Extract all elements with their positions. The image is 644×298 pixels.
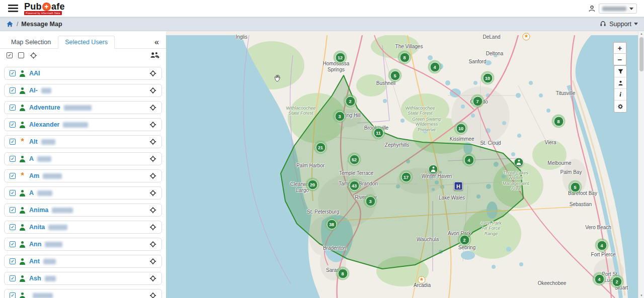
cluster-marker[interactable]: 2 xyxy=(610,275,624,288)
alert-marker[interactable]: * xyxy=(418,276,426,284)
user-row[interactable]: ✓ Ant xyxy=(4,255,162,268)
scroll-up-icon[interactable]: ▲ xyxy=(638,31,644,36)
user-checkbox[interactable]: ✓ xyxy=(10,70,16,76)
locate-icon[interactable] xyxy=(149,258,156,265)
locate-user-button[interactable] xyxy=(614,77,626,89)
scrollbar-thumb[interactable] xyxy=(639,37,643,71)
locate-icon[interactable] xyxy=(149,172,156,179)
cluster-marker[interactable]: 8 xyxy=(552,115,566,128)
locate-icon[interactable] xyxy=(149,104,156,111)
user-icon xyxy=(588,5,596,13)
locate-icon[interactable] xyxy=(149,207,156,214)
person-icon xyxy=(19,207,26,214)
alert-marker[interactable]: * xyxy=(523,33,530,41)
user-row[interactable]: ✓ * Am xyxy=(4,169,162,182)
map-canvas[interactable]: Inglis DeLand The Villages Deltona Sanfo… xyxy=(166,31,638,298)
locate-icon[interactable] xyxy=(149,189,156,196)
cluster-marker[interactable]: 4 xyxy=(462,153,476,167)
settings-gear-button[interactable] xyxy=(614,101,626,112)
user-row[interactable]: ✓ Anita xyxy=(4,221,162,234)
user-row[interactable]: ✓ * Alt xyxy=(4,135,162,148)
tab-selected-users[interactable]: Selected Users xyxy=(58,36,115,49)
locate-icon[interactable] xyxy=(149,138,156,145)
user-checkbox[interactable]: ✓ xyxy=(10,122,16,128)
cluster-marker[interactable]: 52 xyxy=(348,153,361,166)
home-icon[interactable] xyxy=(6,21,14,28)
user-checkbox[interactable]: ✓ xyxy=(10,275,16,281)
user-checkbox[interactable]: ✓ xyxy=(10,258,16,264)
page-scrollbar[interactable]: ▲ ▼ xyxy=(638,31,644,298)
user-checkbox[interactable]: ✓ xyxy=(10,87,16,93)
cluster-marker[interactable]: 17 xyxy=(399,170,413,184)
user-row[interactable]: ✓ A xyxy=(4,152,162,165)
cluster-marker[interactable]: 7 xyxy=(471,94,485,108)
user-checkbox[interactable]: ✓ xyxy=(10,241,16,247)
user-row[interactable]: ✓ Ash xyxy=(4,272,162,285)
cluster-marker[interactable]: 4 xyxy=(593,272,606,286)
cluster-marker[interactable]: 2 xyxy=(458,233,471,247)
cluster-marker[interactable]: 43 xyxy=(348,179,361,192)
scroll-down-icon[interactable]: ▼ xyxy=(638,293,644,298)
cluster-marker[interactable]: 3 xyxy=(364,194,377,208)
cluster-marker[interactable]: 8 xyxy=(398,51,412,64)
locate-icon[interactable] xyxy=(149,87,156,94)
user-checkbox[interactable]: ✓ xyxy=(10,105,16,111)
user-row[interactable]: ✓ Adventure xyxy=(4,101,162,114)
collapse-panel-button[interactable]: « xyxy=(154,38,159,48)
user-row[interactable]: ✓ Anima xyxy=(4,204,162,217)
user-name: A xyxy=(29,189,34,196)
user-menu-dropdown[interactable] xyxy=(599,4,637,14)
send-to-users-icon[interactable] xyxy=(150,51,159,59)
breadcrumb-separator: / xyxy=(17,21,18,28)
cluster-marker[interactable]: 8 xyxy=(336,267,350,280)
user-checkbox[interactable]: ✓ xyxy=(10,207,16,213)
user-checkbox[interactable]: ✓ xyxy=(10,224,16,230)
user-checkbox[interactable]: ✓ xyxy=(10,173,16,179)
user-marker[interactable] xyxy=(429,165,438,174)
cluster-marker[interactable]: 4 xyxy=(428,60,442,74)
locate-icon[interactable] xyxy=(149,224,156,231)
chevron-down-icon xyxy=(634,23,638,25)
cluster-marker[interactable]: 20 xyxy=(306,178,319,191)
cluster-marker[interactable]: 2 xyxy=(344,94,357,108)
cluster-marker[interactable]: 10 xyxy=(454,122,468,135)
user-marker[interactable] xyxy=(514,158,524,167)
info-button[interactable]: i xyxy=(614,89,626,101)
cluster-marker[interactable]: 12 xyxy=(334,51,347,64)
locate-icon[interactable] xyxy=(149,275,156,282)
cluster-marker[interactable]: 4 xyxy=(595,239,609,252)
cluster-marker[interactable]: 10 xyxy=(481,71,495,85)
user-row[interactable]: ✓ Alexander xyxy=(4,118,162,131)
locate-icon[interactable] xyxy=(149,155,156,162)
user-row[interactable]: ✓ Ann xyxy=(4,238,162,251)
cluster-marker[interactable]: 21 xyxy=(314,141,328,154)
locate-icon[interactable] xyxy=(149,121,156,128)
select-all-checkbox-icon[interactable]: ✓ xyxy=(7,52,13,58)
cluster-marker[interactable]: 5 xyxy=(388,69,402,82)
locate-icon[interactable] xyxy=(149,241,156,248)
support-dropdown[interactable]: Support xyxy=(599,20,638,28)
zoom-in-button[interactable]: + xyxy=(614,43,626,54)
locate-icon[interactable] xyxy=(149,70,156,77)
cluster-marker[interactable]: 5 xyxy=(569,180,582,194)
cluster-marker[interactable]: 38 xyxy=(325,218,339,231)
deselect-all-checkbox-icon[interactable] xyxy=(18,52,24,58)
user-checkbox[interactable]: ✓ xyxy=(10,156,16,162)
user-checkbox[interactable]: ✓ xyxy=(10,139,16,145)
cluster-marker[interactable]: 11 xyxy=(372,126,385,140)
breadcrumb: Message Map xyxy=(21,21,62,28)
cluster-marker[interactable]: 3 xyxy=(333,110,347,123)
hospital-marker[interactable]: H xyxy=(454,182,463,190)
menu-icon[interactable] xyxy=(8,5,18,13)
user-row[interactable]: ✓ A xyxy=(4,186,162,200)
zoom-out-button[interactable]: − xyxy=(614,54,626,65)
user-row[interactable]: ✓ Al- xyxy=(4,84,162,97)
user-checkbox[interactable]: ✓ xyxy=(10,292,16,298)
locate-all-icon[interactable] xyxy=(30,52,37,59)
locate-icon[interactable] xyxy=(149,292,156,298)
user-checkbox[interactable]: ✓ xyxy=(10,190,16,196)
filter-button[interactable] xyxy=(614,66,626,77)
user-row[interactable]: ✓ AAI xyxy=(4,67,162,80)
user-row[interactable]: ✓ xyxy=(4,289,162,298)
tab-map-selection[interactable]: Map Selection xyxy=(4,36,58,49)
